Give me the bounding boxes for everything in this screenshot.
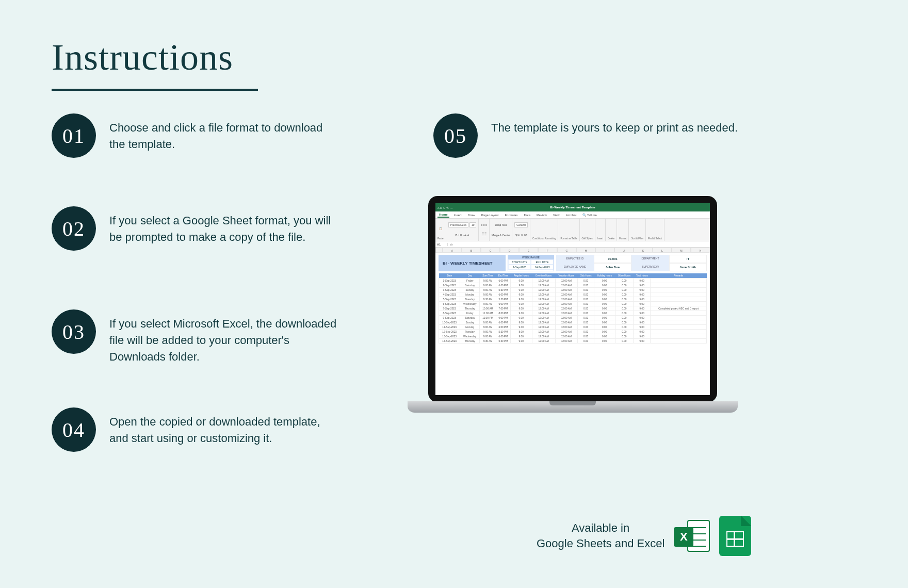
table-cell: 12:00 AM [532,330,555,334]
table-cell: 0.00 [594,311,615,316]
table-cell: 0.00 [578,320,594,325]
table-cell: 9.00 [634,311,651,316]
table-cell: 12-Sep-2023 [439,330,460,334]
table-cell: 0.00 [615,306,634,311]
table-cell: 0.00 [594,279,615,283]
table-cell: 12:00 AM [532,306,555,311]
table-cell: 3-Sep-2023 [439,288,460,292]
conditional-formatting: Conditional Formatting [532,237,556,240]
table-cell: 0.00 [615,316,634,320]
instruction-step-5: 05 The template is yours to keep or prin… [433,113,764,158]
table-cell: 9:00 AM [480,325,496,330]
merge-center: Merge & Center [492,230,510,240]
instruction-step-1: 01 Choose and click a file format to dow… [52,113,340,158]
ribbon-tab: Home [437,213,449,218]
table-cell: Friday [460,311,480,316]
table-column-header: Sick Hours [578,273,594,279]
table-cell: 6:00 PM [496,292,510,297]
table-cell: 9.00 [634,288,651,292]
sup-value: Jane Smith [669,263,707,271]
emp-name-label: EMPLOYEE NAME [556,263,594,271]
table-column-header: End Time [496,273,510,279]
ribbon-delete: Delete [608,237,614,240]
table-cell: 9.00 [634,279,651,283]
start-date-value: 1-Sep-2023 [508,265,531,270]
laptop-notch [549,401,596,405]
table-cell: 7:00 PM [496,306,510,311]
table-cell: 9.00 [510,334,532,339]
table-cell: Saturday [460,316,480,320]
table-cell: 0.00 [578,306,594,311]
table-cell: 13-Sep-2023 [439,334,460,339]
table-cell: 0.00 [594,288,615,292]
step-number-badge: 02 [52,206,96,251]
ribbon-tab: Draw [466,213,477,217]
excel-badge-letter: X [674,527,693,547]
table-cell: 9.00 [634,316,651,320]
table-cell: 12:00 AM [532,311,555,316]
window-title: Bi-Weekly Timesheet Template [550,206,595,209]
font-name-dropdown: Proxima Nova [448,222,468,227]
table-cell: 0.00 [615,311,634,316]
table-cell: 0.00 [578,311,594,316]
table-cell: 0.00 [578,279,594,283]
table-column-header: Remarks [651,273,707,279]
table-cell: Saturday [460,283,480,288]
laptop-screen: ⌂ ⎌ ↻ ✎ … Bi-Weekly Timesheet Template H… [428,196,717,402]
step-text: If you select Microsoft Excel, the downl… [109,309,340,365]
excel-window: ⌂ ⎌ ↻ ✎ … Bi-Weekly Timesheet Template H… [435,203,710,395]
table-column-header: Overtime Hours [532,273,555,279]
table-column-header: Day [460,273,480,279]
week-range-header: WEEK RANGE [508,255,554,259]
column-header: C [481,248,500,253]
table-cell: 9:00 AM [480,320,496,325]
table-cell: 9.00 [634,334,651,339]
table-cell: 9:00 AM [480,330,496,334]
table-cell: 7-Sep-2023 [439,306,460,311]
column-header: M [672,248,691,253]
table-cell: 9.00 [510,316,532,320]
sup-label: SUPERVISOR [631,263,669,271]
table-cell: 0.00 [594,283,615,288]
table-cell: 10:00 AM [480,306,496,311]
table-cell [651,325,707,330]
start-date-label: START DATE [508,259,531,265]
table-cell: 12:00 AM [555,279,578,283]
table-cell: 0.00 [594,297,615,302]
table-cell: 9.00 [634,306,651,311]
ribbon-tab: Page Layout [480,213,500,217]
table-cell: 9:00 AM [480,288,496,292]
column-header: I [595,248,614,253]
emp-id-label: EMPLOYEE ID [556,255,594,263]
table-cell: 0.00 [615,339,634,344]
cell-styles: Cell Styles [582,237,593,240]
column-headers: ABCDEFGHIJKLMN [435,248,710,253]
end-date-value: 14-Sep-2023 [531,265,554,270]
table-cell: 9:30 AM [480,297,496,302]
end-date-label: END DATE [531,259,554,265]
table-cell: Thursday [460,339,480,344]
column-header: N [691,248,710,253]
table-cell: 9.00 [634,302,651,306]
table-cell [651,320,707,325]
table-cell: 9.00 [510,297,532,302]
table-cell: 0.00 [594,292,615,297]
table-cell: 9:00 AM [480,302,496,306]
table-cell: 0.00 [578,292,594,297]
table-cell: 9.00 [510,325,532,330]
table-cell: 9:00 AM [480,283,496,288]
table-cell: 5:30 PM [496,339,510,344]
table-row: 4-Sep-2023Monday9:00 AM6:00 PM9.0012:00 … [439,292,707,297]
step-number-badge: 03 [52,309,96,354]
ribbon-tab: Formulas [503,213,519,217]
table-cell: 9.00 [510,339,532,344]
table-cell: 0.00 [578,302,594,306]
column-header: D [500,248,519,253]
ribbon-insert: Insert [597,237,603,240]
table-column-header: Other Hours [615,273,634,279]
table-cell: 0.00 [615,283,634,288]
table-cell: 0.00 [594,306,615,311]
table-cell: 5:30 PM [496,288,510,292]
column-header: F [538,248,557,253]
table-cell: 12:00 AM [532,288,555,292]
